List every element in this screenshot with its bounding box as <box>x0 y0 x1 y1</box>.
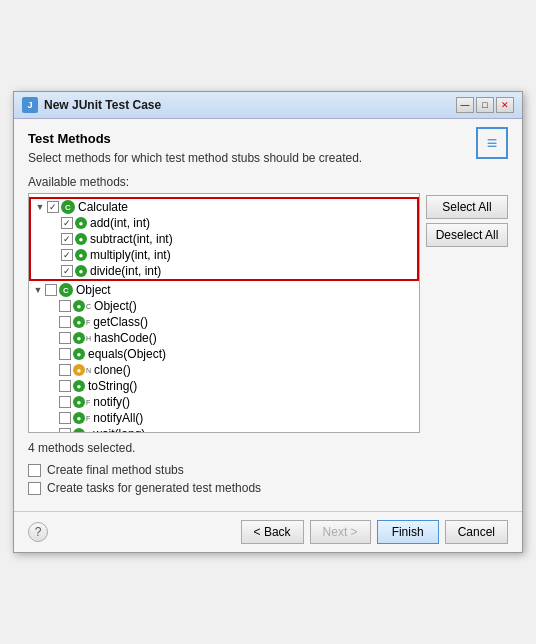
junit-icon: ≡ <box>476 127 508 159</box>
next-button[interactable]: Next > <box>310 520 371 544</box>
tree-row-notify[interactable]: ▶ ● F notify() <box>29 394 419 410</box>
label-add: add(int, int) <box>90 216 150 230</box>
option-final-stubs: Create final method stubs <box>28 463 508 477</box>
checkbox-final-stubs[interactable] <box>28 464 41 477</box>
superscript-h: H <box>86 335 91 342</box>
bottom-right: < Back Next > Finish Cancel <box>241 520 508 544</box>
method-icon-object-c: ● <box>73 300 85 312</box>
tree-row-notifyall[interactable]: ▶ ● F notifyAll() <box>29 410 419 426</box>
method-icon-getclass: ● <box>73 316 85 328</box>
method-icon-subtract: ● <box>75 233 87 245</box>
checkbox-object-constructor[interactable] <box>59 300 71 312</box>
checkbox-divide[interactable]: ✓ <box>61 265 73 277</box>
checkbox-waitlong[interactable] <box>59 428 71 433</box>
window-title: New JUnit Test Case <box>44 98 161 112</box>
method-icon-tostring: ● <box>73 380 85 392</box>
tree-row-object[interactable]: ▼ C Object <box>29 282 419 298</box>
tree-row-waitlong[interactable]: ▶ ● F wait(long) <box>29 426 419 433</box>
tree-row-clone[interactable]: ▶ ● N clone() <box>29 362 419 378</box>
option-create-tasks: Create tasks for generated test methods <box>28 481 508 495</box>
tree-row-calculate[interactable]: ▼ ✓ C Calculate <box>31 199 417 215</box>
checkbox-object[interactable] <box>45 284 57 296</box>
tree-row-subtract[interactable]: ▶ ✓ ● subtract(int, int) <box>31 231 417 247</box>
status-text: 4 methods selected. <box>28 441 508 455</box>
highlighted-group: ▼ ✓ C Calculate ▶ ✓ ● add(int, int) ▶ <box>29 197 419 281</box>
bottom-left: ? <box>28 522 48 542</box>
object-group: ▼ C Object ▶ ● C Object() <box>29 282 419 433</box>
method-icon-equals: ● <box>73 348 85 360</box>
help-button[interactable]: ? <box>28 522 48 542</box>
checkbox-clone[interactable] <box>59 364 71 376</box>
label-multiply: multiply(int, int) <box>90 248 171 262</box>
label-object-constructor: Object() <box>94 299 137 313</box>
section-desc: Select methods for which test method stu… <box>28 151 362 165</box>
superscript-f4: F <box>86 431 90 434</box>
title-bar-controls: — □ ✕ <box>456 97 514 113</box>
checkbox-create-tasks[interactable] <box>28 482 41 495</box>
tree-row-add[interactable]: ▶ ✓ ● add(int, int) <box>31 215 417 231</box>
method-icon-notify: ● <box>73 396 85 408</box>
minimize-button[interactable]: — <box>456 97 474 113</box>
content-area: Test Methods Select methods for which te… <box>14 119 522 511</box>
method-icon-divide: ● <box>75 265 87 277</box>
side-buttons: Select All Deselect All <box>426 193 508 433</box>
deselect-all-button[interactable]: Deselect All <box>426 223 508 247</box>
tree-row-hashcode[interactable]: ▶ ● H hashCode() <box>29 330 419 346</box>
cancel-button[interactable]: Cancel <box>445 520 508 544</box>
available-label: Available methods: <box>28 175 508 189</box>
tree-row-divide[interactable]: ▶ ✓ ● divide(int, int) <box>31 263 417 279</box>
label-divide: divide(int, int) <box>90 264 161 278</box>
close-button[interactable]: ✕ <box>496 97 514 113</box>
superscript-f: F <box>86 319 90 326</box>
label-getclass: getClass() <box>93 315 148 329</box>
checkbox-add[interactable]: ✓ <box>61 217 73 229</box>
main-window: J New JUnit Test Case — □ ✕ Test Methods… <box>13 91 523 553</box>
checkbox-getclass[interactable] <box>59 316 71 328</box>
class-icon-object: C <box>59 283 73 297</box>
label-equals: equals(Object) <box>88 347 166 361</box>
label-subtract: subtract(int, int) <box>90 232 173 246</box>
class-icon-calculate: C <box>61 200 75 214</box>
label-clone: clone() <box>94 363 131 377</box>
maximize-button[interactable]: □ <box>476 97 494 113</box>
window-icon: J <box>22 97 38 113</box>
tree-panel[interactable]: ▼ ✓ C Calculate ▶ ✓ ● add(int, int) ▶ <box>28 193 420 433</box>
label-object: Object <box>76 283 111 297</box>
label-tostring: toString() <box>88 379 137 393</box>
checkbox-calculate[interactable]: ✓ <box>47 201 59 213</box>
superscript-c: C <box>86 303 91 310</box>
label-notifyall: notifyAll() <box>93 411 143 425</box>
tree-row-object-constructor[interactable]: ▶ ● C Object() <box>29 298 419 314</box>
method-icon-notifyall: ● <box>73 412 85 424</box>
method-icon-add: ● <box>75 217 87 229</box>
finish-button[interactable]: Finish <box>377 520 439 544</box>
tree-row-equals[interactable]: ▶ ● equals(Object) <box>29 346 419 362</box>
checkbox-subtract[interactable]: ✓ <box>61 233 73 245</box>
tree-row-tostring[interactable]: ▶ ● toString() <box>29 378 419 394</box>
bottom-bar: ? < Back Next > Finish Cancel <box>14 511 522 552</box>
checkbox-notifyall[interactable] <box>59 412 71 424</box>
section-title: Test Methods <box>28 131 362 146</box>
checkbox-equals[interactable] <box>59 348 71 360</box>
method-icon-clone: ● <box>73 364 85 376</box>
back-button[interactable]: < Back <box>241 520 304 544</box>
label-create-tasks: Create tasks for generated test methods <box>47 481 261 495</box>
expand-icon: ▼ <box>33 200 47 214</box>
tree-row-multiply[interactable]: ▶ ✓ ● multiply(int, int) <box>31 247 417 263</box>
label-hashcode: hashCode() <box>94 331 157 345</box>
checkbox-multiply[interactable]: ✓ <box>61 249 73 261</box>
checkbox-notify[interactable] <box>59 396 71 408</box>
title-bar-left: J New JUnit Test Case <box>22 97 161 113</box>
expand-icon-object: ▼ <box>31 283 45 297</box>
superscript-f3: F <box>86 415 90 422</box>
method-icon-multiply: ● <box>75 249 87 261</box>
method-icon-waitlong: ● <box>73 428 85 433</box>
checkbox-tostring[interactable] <box>59 380 71 392</box>
tree-row-getclass[interactable]: ▶ ● F getClass() <box>29 314 419 330</box>
select-all-button[interactable]: Select All <box>426 195 508 219</box>
superscript-n: N <box>86 367 91 374</box>
label-waitlong: wait(long) <box>93 427 145 433</box>
checkbox-hashcode[interactable] <box>59 332 71 344</box>
title-bar: J New JUnit Test Case — □ ✕ <box>14 92 522 119</box>
superscript-f2: F <box>86 399 90 406</box>
